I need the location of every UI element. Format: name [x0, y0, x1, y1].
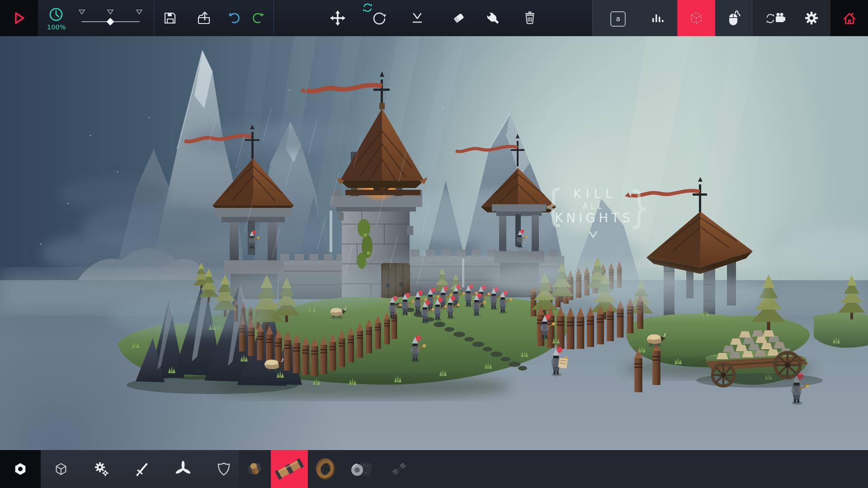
place-on-surface-button[interactable]: [407, 8, 427, 28]
hex-nut-icon: [12, 461, 28, 477]
adjust-tool-button[interactable]: [483, 8, 503, 28]
objective-line-1: KILL: [573, 187, 617, 201]
stats-bars-icon: [651, 11, 665, 25]
delete-all-button[interactable]: [520, 8, 540, 28]
save-icon: [163, 11, 177, 25]
category-tab-armour[interactable]: [214, 459, 234, 479]
ghost-view-button-active[interactable]: [677, 0, 715, 36]
redo-button[interactable]: [248, 8, 268, 28]
eraser-icon: [451, 10, 467, 26]
top-toolbar: 100%: [0, 0, 868, 36]
propeller-icon: [175, 461, 191, 477]
mouse-icon: [725, 10, 741, 26]
load-machine-button[interactable]: [194, 8, 214, 28]
gear-icon: [803, 10, 820, 26]
block-powered-wheel[interactable]: [344, 450, 377, 488]
speed-slider[interactable]: [76, 4, 145, 27]
undo-icon: [227, 10, 242, 26]
brace-thumb: [387, 456, 412, 482]
block-brace[interactable]: [382, 450, 416, 488]
camera-cycle-icon: [765, 10, 785, 26]
slider-thumb[interactable]: [107, 18, 114, 26]
wrench-icon: [485, 10, 501, 26]
cart-wheel: [775, 352, 800, 377]
scene-svg: { } KILL ALL KNIGHTS: [0, 36, 868, 450]
rotate-tool-button[interactable]: [369, 8, 389, 28]
besiege-editor: 100%: [0, 0, 868, 488]
trash-icon: [522, 10, 538, 26]
undo-button[interactable]: [225, 8, 245, 28]
keymap-label: a: [616, 15, 620, 23]
category-tab-blocks[interactable]: [51, 459, 71, 479]
load-icon: [196, 10, 212, 26]
objective-line-2: ALL: [583, 202, 605, 211]
wheel-thumb: [313, 456, 338, 482]
block-wheel[interactable]: [311, 450, 340, 488]
divider: [154, 0, 154, 36]
viewport-3d-scene[interactable]: { } KILL ALL KNIGHTS: [0, 36, 868, 450]
shield-icon: [216, 461, 231, 477]
settings-button[interactable]: [802, 8, 821, 28]
cycle-camera-button[interactable]: [765, 8, 785, 28]
machine-stats-button[interactable]: [648, 8, 668, 28]
mouse-mode-button[interactable]: [723, 8, 743, 28]
gears-icon: [93, 460, 110, 478]
block-small-wood-block[interactable]: [239, 450, 270, 488]
category-tab-flight[interactable]: [173, 459, 193, 479]
home-button[interactable]: [830, 0, 868, 36]
cart-wheel: [712, 364, 734, 386]
keymap-tool-button[interactable]: a: [610, 11, 626, 27]
clock-icon: [48, 6, 64, 23]
divider: [592, 0, 593, 36]
double-wood-block-thumb: [273, 453, 306, 485]
category-tab-weapons[interactable]: [132, 459, 152, 479]
divider: [752, 0, 752, 36]
sword-icon: [134, 461, 151, 477]
small-wood-block-thumb: [243, 457, 266, 481]
divider: [274, 0, 274, 36]
powered-wheel-thumb: [346, 455, 374, 483]
save-machine-button[interactable]: [160, 8, 180, 28]
category-tab-mechanical[interactable]: [92, 459, 112, 479]
rotate-icon: [371, 10, 387, 26]
move-icon: [330, 10, 346, 26]
objective-line-3: KNIGHTS: [555, 211, 633, 225]
block-double-wood-block-selected[interactable]: [271, 450, 308, 488]
place-down-icon: [410, 10, 425, 26]
speed-percent-label: 100%: [43, 23, 70, 31]
cube-icon: [53, 461, 69, 477]
simulation-speed-button[interactable]: [46, 5, 66, 24]
erase-tool-button[interactable]: [449, 8, 469, 28]
play-icon: [11, 10, 27, 26]
ghost-cube-icon: [688, 9, 705, 27]
block-bar: [0, 450, 868, 488]
slider-markers: [79, 10, 142, 14]
play-simulation-button[interactable]: [0, 0, 38, 36]
redo-icon: [250, 10, 265, 26]
translate-tool-button[interactable]: [328, 8, 348, 28]
home-icon: [841, 9, 858, 27]
category-tab-basic-blocks-selected[interactable]: [0, 450, 41, 488]
